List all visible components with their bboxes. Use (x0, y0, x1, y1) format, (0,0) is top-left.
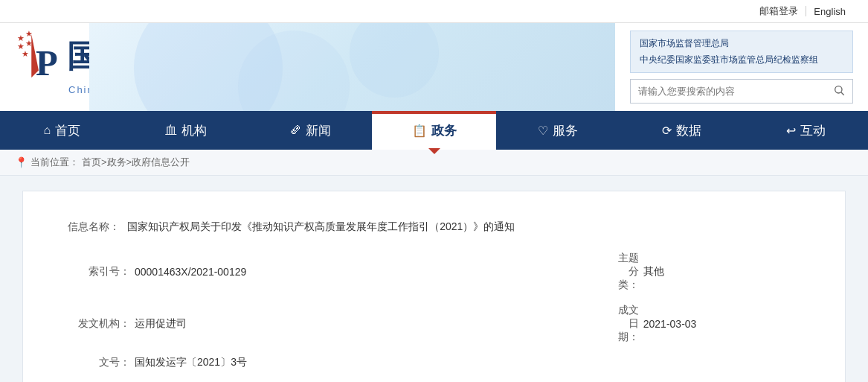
nav-label-news: 新闻 (306, 122, 331, 139)
nav-active-indicator (372, 111, 496, 114)
top-bar: 邮箱登录 English (0, 0, 868, 23)
content-area: 信息名称： 国家知识产权局关于印发《推动知识产权高质量发展年度工作指引（2021… (22, 191, 846, 382)
service-icon: ♡ (538, 124, 548, 138)
nav: ⌂ 首页 ⾎ 机构 🗞 新闻 📋 政务 ♡ 服务 ⟳ 数据 ↩ 互动 (0, 111, 868, 150)
data-icon: ⟳ (662, 124, 672, 138)
svg-text:★: ★ (22, 49, 29, 58)
field-value-zhuti: 其他 (643, 246, 800, 298)
nav-item-org[interactable]: ⾎ 机构 (124, 111, 248, 150)
field-label-suoyinhao: 索引号： (68, 246, 135, 298)
gov-icon: 📋 (412, 124, 427, 138)
nav-item-home[interactable]: ⌂ 首页 (0, 111, 124, 150)
org-icon: ⾎ (165, 123, 177, 139)
nav-label-gov: 政务 (431, 122, 457, 139)
english-link[interactable]: English (806, 6, 853, 17)
info-title-label: 信息名称： (68, 220, 124, 232)
location-icon: 📍 (15, 156, 28, 168)
home-icon: ⌂ (44, 124, 51, 137)
nav-item-gov[interactable]: 📋 政务 (372, 111, 496, 150)
header-org-links: 国家市场监督管理总局 中央纪委国家监委驻市场监管总局纪检监察组 (630, 31, 853, 73)
nav-item-interact[interactable]: ↩ 互动 (744, 111, 868, 150)
news-icon: 🗞 (289, 124, 301, 137)
svg-text:P: P (36, 43, 58, 83)
info-row-3: 文号： 国知发运字〔2021〕3号 (68, 350, 800, 375)
field-label-chengwen: 成文日期： (573, 298, 643, 350)
header-right: 国家市场监督管理总局 中央纪委国家监委驻市场监管总局纪检监察组 (374, 23, 868, 111)
info-title-cell: 信息名称： 国家知识产权局关于印发《推动知识产权高质量发展年度工作指引（2021… (68, 214, 800, 246)
nav-label-interact: 互动 (800, 122, 826, 139)
field-label-fawen: 发文机构： (68, 298, 135, 350)
org-link-1[interactable]: 国家市场监督管理总局 (640, 36, 843, 52)
svg-point-7 (835, 86, 842, 93)
field-value-chengwen: 2021-03-03 (643, 298, 800, 350)
info-table: 信息名称： 国家知识产权局关于印发《推动知识产权高质量发展年度工作指引（2021… (68, 214, 800, 375)
nav-item-news[interactable]: 🗞 新闻 (248, 111, 372, 150)
field-label-zhuti: 主题分类： (573, 246, 643, 298)
top-bar-links: 邮箱登录 English (752, 4, 853, 18)
breadcrumb-path[interactable]: 首页>政务>政府信息公开 (82, 156, 190, 169)
svg-text:★: ★ (17, 34, 25, 42)
nav-label-data: 数据 (676, 122, 701, 139)
search-input[interactable] (631, 81, 826, 101)
header: ★ ★ ★ ★ ★ P 国家知识产权局 China National Intel… (0, 23, 868, 111)
logo-icon: ★ ★ ★ ★ ★ P (15, 31, 60, 83)
field-value-suoyinhao: 00001463X/2021-00129 (135, 246, 573, 298)
search-button[interactable] (826, 80, 852, 103)
nav-label-service: 服务 (553, 122, 578, 139)
search-icon (833, 84, 845, 96)
info-row-1: 索引号： 00001463X/2021-00129 主题分类： 其他 (68, 246, 800, 298)
org-link-2[interactable]: 中央纪委国家监委驻市场监管总局纪检监察组 (640, 52, 843, 69)
search-box (630, 79, 853, 104)
info-title-row: 信息名称： 国家知识产权局关于印发《推动知识产权高质量发展年度工作指引（2021… (68, 214, 800, 246)
info-title-value: 国家知识产权局关于印发《推动知识产权高质量发展年度工作指引（2021）》的通知 (127, 220, 515, 232)
nav-item-data[interactable]: ⟳ 数据 (620, 111, 745, 150)
email-login-link[interactable]: 邮箱登录 (752, 4, 806, 18)
breadcrumb-prefix: 当前位置： (30, 156, 79, 169)
nav-label-org: 机构 (181, 122, 207, 139)
nav-item-service[interactable]: ♡ 服务 (496, 111, 620, 150)
svg-text:★: ★ (25, 31, 33, 38)
field-label-wenhao: 文号： (68, 350, 135, 375)
info-row-2: 发文机构： 运用促进司 成文日期： 2021-03-03 (68, 298, 800, 350)
interact-icon: ↩ (786, 124, 796, 138)
svg-line-8 (841, 92, 844, 95)
field-value-wenhao: 国知发运字〔2021〕3号 (135, 350, 800, 375)
field-value-fawen: 运用促进司 (135, 298, 573, 350)
nav-label-home: 首页 (55, 122, 80, 139)
